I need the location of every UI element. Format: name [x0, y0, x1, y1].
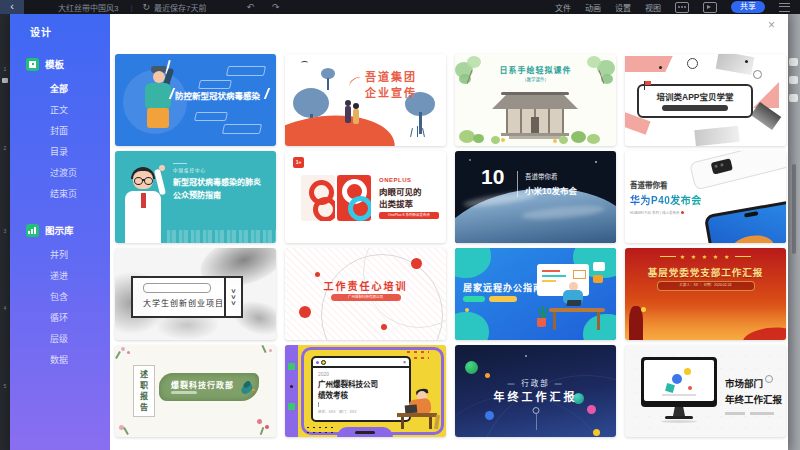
separator: |	[130, 3, 132, 12]
template-card-covid-guide[interactable]: 中国疾控中心 新型冠状病毒感染的肺炎 公众预防指南	[115, 151, 276, 243]
circle-badge	[765, 375, 773, 383]
tag-pill	[198, 80, 232, 89]
card-title: 年终工作汇报	[725, 392, 783, 406]
subtitle-bar	[171, 391, 197, 394]
vertical-title-box: 述职报告	[133, 365, 155, 417]
sidebar-item-cover[interactable]: 封面	[10, 121, 110, 142]
slide-number: 5	[0, 383, 10, 389]
doctor-illustration	[117, 167, 169, 243]
sidebar-item-progression[interactable]: 递进	[10, 266, 110, 287]
design-panel: 设计 模板 全部 正文 封面 目录 过渡页 结束页 图示库 并列 递进	[10, 14, 788, 450]
template-card-oneplus[interactable]: 1+ ONEPLUS 肉眼可见的 出类拔萃 OnePlus 8 系列新品发布会	[285, 151, 446, 243]
sidebar-item-inclusion[interactable]: 包含	[10, 287, 110, 308]
blob-decor	[455, 312, 489, 340]
panel-tool-icon[interactable]	[789, 58, 798, 66]
template-card-responsibility[interactable]: 工作责任心培训 广州爆裂科技有限公司	[285, 248, 446, 340]
card-title: 工作责任心培训	[285, 278, 446, 293]
menu-animation[interactable]: 动画	[585, 2, 601, 13]
sphere-decor	[485, 411, 494, 420]
sphere-decor	[587, 405, 596, 414]
section-label: 图示库	[45, 223, 74, 237]
card-text: 中国疾控中心 新型冠状病毒感染的肺炎 公众预防指南	[173, 163, 271, 200]
red-dot	[681, 211, 684, 214]
tag-pill	[222, 124, 262, 134]
dot-decor	[465, 308, 469, 312]
slide-thumbnail-strip[interactable]: 1 2 3 4 5	[0, 14, 10, 450]
save-status: 最近保存7天前	[154, 2, 206, 13]
top-bar: ‹ 大红丝带中国风3 | ↻ 最近保存7天前 ↶ ↷ 文件 动画 设置 视图 共…	[0, 0, 800, 14]
template-card-performance[interactable]: × 2020 广州爆裂科技公司 绩效考核 姓名：XXX 部门：XXX	[285, 345, 446, 437]
slide-thumbnail[interactable]	[2, 78, 8, 83]
template-card-training-app[interactable]: 培训类APP宝贝学堂	[625, 54, 786, 146]
vertical-title: 述职报告	[139, 366, 150, 416]
template-card-huawei-p40[interactable]: 吾道带你看 华为P40发布会 HUAWEI P40 系列 | 线上发布会	[625, 151, 786, 243]
title-frame: 培训类APP宝贝学堂	[637, 84, 753, 118]
section-label: 模板	[45, 57, 64, 71]
tag-pills	[463, 296, 517, 302]
menu-icon[interactable]	[779, 3, 790, 12]
oneplus-logo: 1+	[293, 157, 304, 168]
sidebar-item-cycle[interactable]: 循环	[10, 308, 110, 329]
sidebar-item-body[interactable]: 正文	[10, 100, 110, 121]
badge-pill: 广州爆裂科技有限公司	[331, 294, 401, 301]
circle-decor	[687, 58, 698, 69]
badge-pill: OnePlus 8 系列新品发布会	[379, 212, 439, 219]
slash-decor	[264, 88, 270, 99]
menu-settings[interactable]: 设置	[615, 2, 631, 13]
template-card-innovation[interactable]: 大学生创新创业项目 > > >	[115, 248, 276, 340]
sidebar-item-toc[interactable]: 目录	[10, 142, 110, 163]
marble-shape	[694, 126, 739, 146]
redo-icon[interactable]: ↷	[272, 0, 280, 14]
sphere-decor	[465, 361, 478, 374]
scrollbar-thumb[interactable]	[792, 164, 796, 254]
blob-decor	[455, 248, 491, 278]
undo-icon[interactable]: ↶	[247, 0, 255, 14]
year: 2020	[318, 371, 404, 377]
marble-shape	[716, 54, 755, 75]
menu-view[interactable]: 视图	[645, 2, 661, 13]
panel-tool-icon[interactable]	[789, 94, 798, 102]
template-card-mi10[interactable]: 10 吾道带你看 小米10发布会	[455, 151, 616, 243]
pink-shape	[625, 56, 673, 72]
phone-illustration	[704, 199, 786, 243]
card-title: 新型冠状病毒感染的肺炎	[173, 176, 271, 187]
card-text: ONEPLUS 肉眼可见的 出类拔萃 OnePlus 8 系列新品发布会	[379, 177, 443, 219]
dots-decor	[305, 425, 335, 433]
temple-illustration	[485, 92, 585, 142]
template-card-japanese-course[interactable]: 日系手绘轻拟课件 （教学课件）	[455, 54, 616, 146]
slide-number: 4	[0, 305, 10, 311]
panel-tool-icon[interactable]	[789, 76, 798, 84]
sidebar-item-data[interactable]: 数据	[10, 350, 110, 371]
slide-number: 1	[0, 66, 10, 72]
retro-window: × 2020 广州爆裂科技公司 绩效考核 姓名：XXX 部门：XXX	[311, 356, 411, 422]
diagram-section: 图示库 并列 递进 包含 循环 层级 数据	[10, 223, 110, 371]
template-card-market-yearend[interactable]: 市场部门 年终工作汇报	[625, 345, 786, 437]
template-card-remote-work[interactable]: 居家远程办公指南	[455, 248, 616, 340]
comment-icon[interactable]	[675, 2, 689, 13]
person-illustration	[397, 389, 443, 429]
star-decor	[469, 159, 471, 161]
template-card-covid-prevention[interactable]: 防控新型冠状病毒感染	[115, 54, 276, 146]
desk-illustration	[533, 262, 613, 336]
card-meta: 姓名：XXX 部门：XXX	[318, 409, 404, 414]
template-card-admin-dept[interactable]: 述职报告 爆裂科技行政部	[115, 345, 276, 437]
share-button[interactable]: 共享	[731, 1, 765, 13]
subtitle-pill	[143, 283, 211, 293]
template-icon	[26, 58, 39, 71]
present-icon[interactable]	[703, 2, 717, 13]
sidebar-item-hierarchy[interactable]: 层级	[10, 329, 110, 350]
template-card-admin-yearend[interactable]: — 行政部 — 年终工作汇报	[455, 345, 616, 437]
template-card-party-report[interactable]: ★ ★ ★ ★ ★ 基层党委党支部工作汇报 汇报人：XX ｜ 日期：2020.0…	[625, 248, 786, 340]
menu-file[interactable]: 文件	[555, 2, 571, 13]
close-icon[interactable]: ×	[768, 19, 775, 31]
sidebar-item-parallel[interactable]: 并列	[10, 245, 110, 266]
card-title: 居家远程办公指南	[463, 281, 543, 294]
sidebar-item-ending[interactable]: 结束页	[10, 184, 110, 205]
card-title: 年终工作汇报	[455, 388, 616, 404]
card-title: 培训类APP宝贝学堂	[639, 90, 751, 102]
back-button[interactable]: ‹	[0, 0, 24, 14]
sidebar-item-transition[interactable]: 过渡页	[10, 163, 110, 184]
card-title: 绩效考核	[318, 389, 404, 400]
sidebar-item-all[interactable]: 全部	[10, 79, 110, 100]
template-card-corporate[interactable]: 吾道集团 企业宣传	[285, 54, 446, 146]
